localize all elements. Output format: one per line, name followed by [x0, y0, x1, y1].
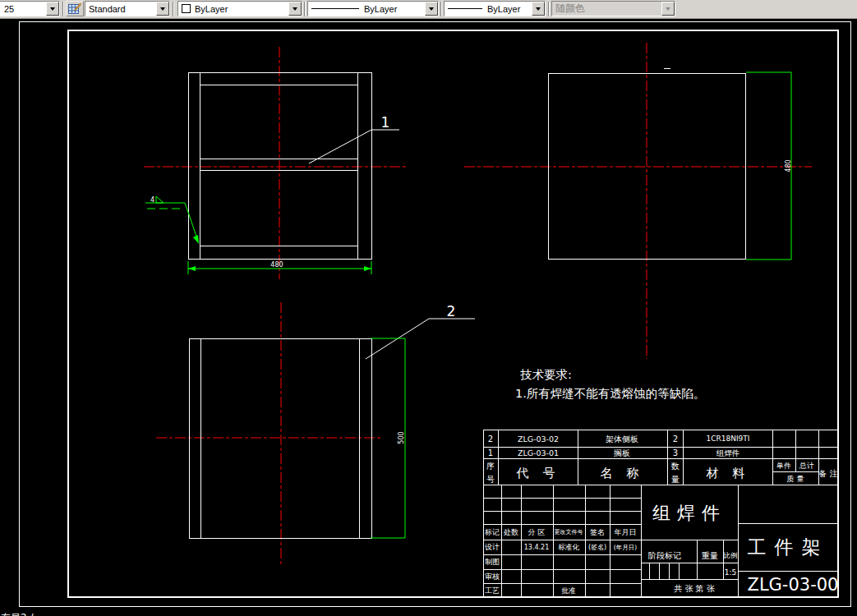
header-mass: 质 量 — [787, 475, 804, 483]
tb-stage-mark: 阶段标记 — [648, 551, 681, 560]
tb-standardization: 标准化 — [558, 543, 579, 551]
drawing-canvas[interactable]: 1 2 480 480 500 4 — [0, 0, 857, 616]
leader-arrow-icon — [193, 235, 199, 244]
parts-list: 2 ZLG-03-02 架体侧板 2 1CR18NI9TI 1 ZLG-03-0… — [486, 434, 838, 484]
part-qty: 3 — [673, 448, 678, 457]
tech-requirements-title: 技术要求: — [520, 368, 572, 381]
header-total: 总计 — [799, 462, 814, 470]
tb-date-placeholder: (年月日) — [614, 544, 637, 551]
tb-scale-label: 比例 — [724, 551, 738, 559]
balloon-labels: 1 2 — [309, 114, 475, 359]
tb-check: 审核 — [485, 572, 500, 581]
dimension-texts: 480 480 500 4 — [150, 159, 792, 444]
tb-zone: 分 区 — [528, 528, 546, 536]
tb-drawing-number: ZLG-03-00 — [748, 575, 839, 595]
header-unit: 单件 — [776, 462, 791, 470]
dimensions — [145, 72, 791, 538]
tb-scale-value: 1:5 — [725, 568, 736, 577]
tb-product-name: 工件架 — [748, 536, 829, 558]
tb-signature: 签名 — [590, 528, 605, 536]
tb-count: 处数 — [503, 528, 518, 536]
part-code: ZLG-03-01 — [518, 448, 559, 457]
tb-weight: 重量 — [701, 551, 718, 560]
layout-tab-label[interactable]: 布局2 / — [1, 611, 34, 616]
header-name: 名 称 — [601, 466, 644, 480]
dim-plan-height: 500 — [398, 431, 405, 444]
tb-change-no: 更改文件号 — [555, 528, 583, 536]
fillet-weld-icon — [156, 196, 164, 203]
tb-assembly-title: 组焊件 — [652, 503, 726, 523]
tb-process: 工艺 — [485, 586, 500, 595]
part-name: 架体侧板 — [606, 434, 638, 444]
header-remark: 备 注 — [818, 469, 837, 478]
tb-sign-placeholder: (签名) — [588, 544, 606, 551]
tb-design-date: 13.4.21 — [524, 544, 550, 551]
tb-date: 年月日 — [615, 528, 637, 536]
part-qty: 2 — [673, 434, 678, 444]
part-seq: 2 — [488, 434, 493, 444]
weld-size-text: 4 — [150, 196, 154, 204]
technical-requirements: 技术要求: 1.所有焊缝不能有透熔蚀的等缺陷。 — [515, 368, 705, 400]
title-block: 标记 处数 分 区 更改文件号 签名 年月日 设计 13.4.21 标准化 (签… — [484, 503, 838, 595]
part-material: 组焊件 — [716, 448, 740, 457]
cad-application-window: 25 Standard ByLayer — [0, 0, 857, 616]
header-material: 材 料 — [706, 466, 750, 480]
tb-mark: 标记 — [484, 528, 500, 536]
tb-sheet-info: 共 张 第 张 — [674, 584, 715, 593]
centerlines — [144, 43, 812, 567]
tb-approve: 批准 — [561, 586, 577, 595]
tb-draft: 制图 — [485, 558, 500, 566]
part-code: ZLG-03-02 — [518, 434, 559, 444]
part-seq: 1 — [488, 448, 493, 457]
part-outlines — [188, 68, 745, 538]
header-seq: 序 — [486, 462, 495, 471]
part-name: 搁板 — [613, 448, 630, 457]
part-material: 1CR18NI9TI — [707, 434, 750, 443]
header-seq: 号 — [486, 475, 495, 484]
dim-side-height: 480 — [785, 159, 792, 172]
balloon-1-label: 1 — [381, 114, 390, 131]
dim-front-width: 480 — [270, 261, 283, 269]
header-qty: 量 — [671, 475, 680, 484]
header-code: 代 号 — [517, 466, 560, 480]
header-qty: 数 — [670, 462, 680, 471]
balloon-2-label: 2 — [447, 303, 456, 319]
tech-requirements-item: 1.所有焊缝不能有透熔蚀的等缺陷。 — [515, 387, 705, 400]
tb-design: 设计 — [485, 543, 500, 551]
